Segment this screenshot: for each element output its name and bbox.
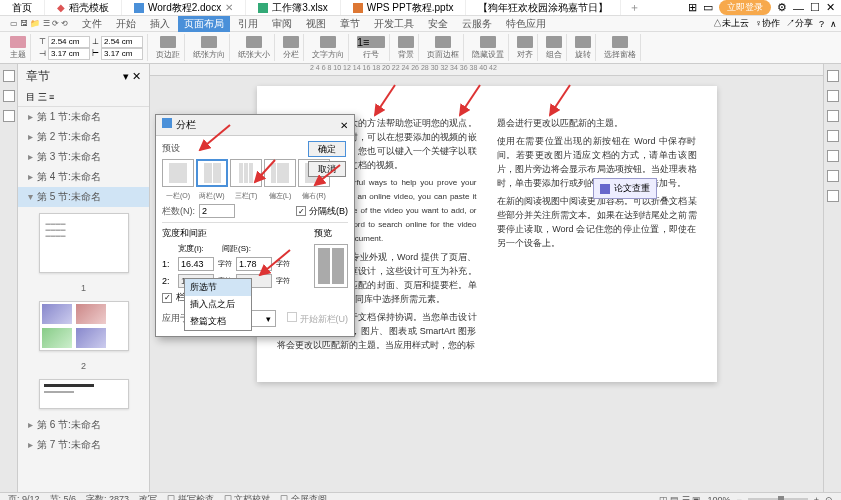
dialog-close-icon[interactable]: ✕	[340, 120, 348, 131]
ribbon-group[interactable]: 组合	[542, 34, 567, 61]
column-count-input[interactable]	[199, 204, 235, 218]
margin-right-input[interactable]	[101, 48, 143, 60]
page-thumbnail-1[interactable]: ▬▬▬▬▬▬▬▬▬▬▬▬	[39, 213, 129, 273]
margin-left-input[interactable]	[48, 48, 90, 60]
collapse-ribbon-icon[interactable]: ∧	[830, 19, 837, 29]
menu-file[interactable]: 文件	[76, 16, 108, 32]
menu-page-layout[interactable]: 页面布局	[178, 16, 230, 32]
equal-width-checkbox[interactable]: ✓	[162, 293, 172, 303]
preset-left[interactable]	[264, 159, 296, 187]
page-thumbnail-2[interactable]	[39, 301, 129, 351]
zoom-level[interactable]: 100%	[707, 495, 730, 501]
preset-three-col[interactable]	[230, 159, 262, 187]
view-buttons[interactable]: ◫ ▤ ☰ ▣	[659, 495, 702, 501]
status-section[interactable]: 节: 5/6	[50, 493, 77, 500]
ribbon-borders[interactable]: 页面边框	[423, 34, 464, 61]
ribbon-text-direction[interactable]: 文字方向	[308, 34, 349, 61]
menu-featured[interactable]: 特色应用	[500, 16, 552, 32]
tool-icon-4[interactable]	[827, 130, 839, 142]
ribbon-theme[interactable]: 主题	[6, 34, 31, 61]
col1-width-input[interactable]	[178, 257, 214, 271]
ribbon-selection-pane[interactable]: 选择窗格	[600, 34, 641, 61]
dd-option-after[interactable]: 插入点之后	[185, 296, 251, 313]
tab-templates[interactable]: ◆稻壳模板	[45, 0, 122, 15]
ribbon-orientation[interactable]: 纸张方向	[189, 34, 230, 61]
ok-button[interactable]: 确定	[308, 141, 346, 157]
dd-option-whole[interactable]: 整篇文档	[185, 313, 251, 330]
line-between-checkbox[interactable]: ✓	[296, 206, 306, 216]
nav-section-1[interactable]: ▸第 1 节:未命名	[18, 107, 149, 127]
settings-icon[interactable]: ⚙	[777, 1, 787, 14]
nav-section-2[interactable]: ▸第 2 节:未命名	[18, 127, 149, 147]
maximize-icon[interactable]: ☐	[810, 1, 820, 14]
nav-dropdown-icon[interactable]: ▾ ✕	[123, 70, 141, 83]
tab-word-doc[interactable]: Word教程2.docx✕	[122, 0, 246, 15]
preset-one-col[interactable]	[162, 159, 194, 187]
doc-icon[interactable]: ▭	[703, 1, 713, 14]
nav-section-7[interactable]: ▸第 7 节:未命名	[18, 435, 149, 455]
margin-top-input[interactable]	[48, 36, 90, 48]
status-edit-mode[interactable]: 改写	[139, 493, 157, 500]
tool-icon-1[interactable]	[827, 70, 839, 82]
zoom-out[interactable]: −	[736, 495, 741, 501]
cloud-status[interactable]: △未上云	[713, 17, 749, 30]
close-icon[interactable]: ✕	[225, 2, 233, 13]
menu-insert[interactable]: 插入	[144, 16, 176, 32]
menu-view[interactable]: 视图	[300, 16, 332, 32]
minimize-icon[interactable]: —	[793, 2, 804, 14]
nav-section-6[interactable]: ▸第 6 节:未命名	[18, 415, 149, 435]
menu-review[interactable]: 审阅	[266, 16, 298, 32]
col1-spacing-input[interactable]	[236, 257, 272, 271]
tool-icon-5[interactable]	[827, 150, 839, 162]
status-words[interactable]: 字数: 2873	[86, 493, 129, 500]
select-icon[interactable]	[3, 70, 15, 82]
nav-section-4[interactable]: ▸第 4 节:未命名	[18, 167, 149, 187]
tab-home[interactable]: 首页	[0, 0, 45, 15]
dialog-titlebar[interactable]: 分栏 ✕	[156, 115, 354, 136]
margin-bottom-input[interactable]	[101, 36, 143, 48]
tab-other[interactable]: 【狗年狂欢校园涂鸦嘉节日】	[466, 0, 621, 15]
ribbon-size[interactable]: 纸张大小	[234, 34, 275, 61]
ribbon-hide-settings[interactable]: 隐藏设置	[468, 34, 509, 61]
nav-section-5[interactable]: ▾第 5 节:未命名	[18, 187, 149, 207]
essay-check-annotation[interactable]: 论文查重	[593, 178, 657, 199]
tool-icon-6[interactable]	[827, 170, 839, 182]
ribbon-rotate[interactable]: 旋转	[571, 34, 596, 61]
status-spellcheck[interactable]: ☐ 拼写检查	[167, 493, 214, 500]
status-page[interactable]: 页: 9/12	[8, 493, 40, 500]
page-thumbnail-3[interactable]	[39, 379, 129, 409]
tool-icon-2[interactable]	[827, 90, 839, 102]
menu-cloud[interactable]: 云服务	[456, 16, 498, 32]
tool-icon-3[interactable]	[827, 110, 839, 122]
tab-excel[interactable]: 工作簿3.xlsx	[246, 0, 341, 15]
menu-references[interactable]: 引用	[232, 16, 264, 32]
tab-ppt[interactable]: WPS PPT教程.pptx	[341, 0, 467, 15]
hand-icon[interactable]	[3, 90, 15, 102]
ribbon-align[interactable]: 对齐	[513, 34, 538, 61]
ribbon-background[interactable]: 背景	[394, 34, 419, 61]
dd-option-section[interactable]: 所选节	[185, 279, 251, 296]
menu-save-icons[interactable]: ▭ 🖫 📁 ☰ ⟳ ⟲	[4, 18, 74, 29]
ribbon-columns[interactable]: 分栏	[279, 34, 304, 61]
add-tab-button[interactable]: ＋	[621, 0, 648, 15]
horizontal-ruler[interactable]: 2 4 6 8 10 12 14 16 18 20 22 24 26 28 30…	[150, 64, 823, 76]
menu-security[interactable]: 安全	[422, 16, 454, 32]
close-window-icon[interactable]: ✕	[826, 1, 835, 14]
menu-dev-tools[interactable]: 开发工具	[368, 16, 420, 32]
ribbon-line-numbers[interactable]: 1≡行号	[353, 34, 390, 61]
nav-view-tabs[interactable]: 目 三 ≡	[18, 89, 149, 107]
collab-button[interactable]: ♀协作	[755, 17, 780, 30]
menu-chapter[interactable]: 章节	[334, 16, 366, 32]
nav-section-3[interactable]: ▸第 3 节:未命名	[18, 147, 149, 167]
grid-icon[interactable]: ⊞	[688, 1, 697, 14]
share-button[interactable]: ↗分享	[786, 17, 813, 30]
zoom-in[interactable]: +	[814, 495, 819, 501]
status-proofread[interactable]: ☐ 文档校对	[224, 493, 271, 500]
cancel-button[interactable]: 取消	[308, 161, 346, 177]
ribbon-page-margins[interactable]: 页边距	[152, 34, 185, 61]
menu-start[interactable]: 开始	[110, 16, 142, 32]
preset-two-col[interactable]	[196, 159, 228, 187]
login-button[interactable]: 立即登录	[719, 0, 771, 15]
tool-icon-7[interactable]	[827, 190, 839, 202]
fit-icon[interactable]: ⊙	[825, 495, 833, 501]
